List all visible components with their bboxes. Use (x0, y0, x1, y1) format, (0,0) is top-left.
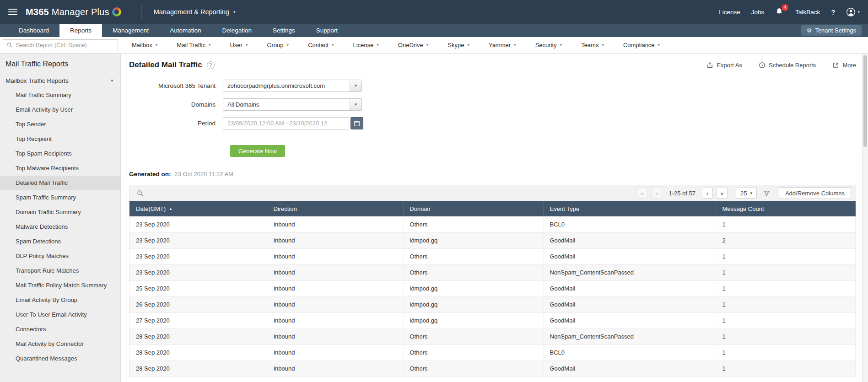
nav-tab[interactable]: Delegation (211, 24, 262, 37)
cell-event-type: GoodMail (543, 296, 716, 312)
cell-message-count: 1 (716, 264, 856, 280)
category-menu-item[interactable]: Contact ▾ (308, 42, 334, 48)
account-menu[interactable]: ▾ (846, 7, 860, 17)
first-page-button[interactable]: « (636, 188, 647, 199)
schedule-reports-label: Schedule Reports (769, 62, 816, 69)
cell-event-type: GoodMail (543, 280, 716, 296)
table-search-button[interactable] (137, 190, 144, 197)
app-logo[interactable]: M365 Manager Plus (26, 7, 121, 17)
sidebar-item[interactable]: Detailed Mail Traffic (0, 176, 120, 190)
chevron-down-icon: ▾ (332, 43, 334, 47)
page-size-select[interactable]: 25 ▾ (736, 188, 757, 199)
category-menu-item[interactable]: Group ▾ (267, 42, 289, 48)
nav-tab[interactable]: Support (306, 24, 348, 37)
category-menu-item[interactable]: Mailbox ▾ (132, 42, 157, 48)
select-dropdown-button[interactable]: ▾ (350, 80, 361, 91)
cell-direction: Inbound (267, 216, 403, 232)
license-link[interactable]: License (719, 9, 740, 16)
menu-icon[interactable] (8, 9, 17, 15)
cell-message-count: 1 (716, 296, 856, 312)
talkback-link[interactable]: TalkBack (795, 9, 820, 16)
sidebar-item[interactable]: Spam Traffic Summary (0, 190, 120, 205)
tenant-settings-button[interactable]: ⚙ Tenant Settings (801, 25, 862, 36)
export-as-button[interactable]: Export As (706, 62, 742, 69)
cell-event-type: NonSpam_ContentScanPassed (543, 264, 716, 280)
report-search-input[interactable] (16, 42, 114, 48)
tenant-select[interactable]: zohocorpadmgrplus.onmicrosoft.com ▾ (223, 80, 362, 92)
sidebar-group-mailbox-traffic-reports[interactable]: Mailbox Traffic Reports ▾ (0, 74, 120, 88)
sidebar-item[interactable]: Mail Activity by Connector (0, 337, 120, 351)
category-menu-item[interactable]: OneDrive ▾ (398, 42, 428, 48)
add-remove-columns-button[interactable]: Add/Remove Columns (779, 187, 851, 199)
more-button[interactable]: More (832, 62, 856, 69)
topbar-right: License Jobs 4 TalkBack ? ▾ (719, 7, 860, 17)
notifications-button[interactable]: 4 (775, 7, 784, 16)
cell-event-type: BCL0 (543, 344, 716, 360)
chevron-down-icon: ▾ (233, 10, 236, 14)
sidebar-item[interactable]: Top Recipient (0, 132, 120, 146)
sidebar-item[interactable]: User To User Email Activity (0, 307, 120, 322)
sidebar-item[interactable]: Top Malware Recipients (0, 161, 120, 176)
sidebar-item[interactable]: Email Activity By Group (0, 293, 120, 307)
column-header-domain[interactable]: Domain (403, 201, 543, 216)
nav-tab[interactable]: Automation (159, 24, 211, 37)
report-search-box[interactable] (3, 39, 118, 51)
sidebar-item[interactable]: Connectors (0, 322, 120, 337)
context-switcher-label: Management & Reporting (154, 8, 229, 16)
sidebar-item[interactable]: Top Spam Recipients (0, 146, 120, 161)
category-menu-item[interactable]: Mail Traffic ▾ (177, 42, 210, 48)
cell-event-type: NonSpam_ContentScanPassed (543, 328, 716, 344)
sidebar-item[interactable]: Email Activity by User (0, 102, 120, 117)
context-switcher[interactable]: Management & Reporting ▾ (141, 5, 236, 19)
sidebar-item[interactable]: Domain Traffic Summary (0, 205, 120, 220)
sidebar-item[interactable]: Transport Rule Matches (0, 264, 120, 278)
calendar-picker-button[interactable] (350, 117, 363, 129)
sidebar-item[interactable]: Mail Traffic Summary (0, 88, 120, 102)
cell-date: 26 Sep 2020 (129, 296, 267, 312)
sidebar-item[interactable]: Malware Detections (0, 220, 120, 234)
nav-tab[interactable]: Management (102, 24, 159, 37)
report-help-icon[interactable]: ? (207, 61, 215, 69)
category-menu-item[interactable]: Yammer ▾ (489, 42, 516, 48)
prev-page-button[interactable]: ‹ (651, 188, 662, 199)
period-input[interactable] (223, 117, 349, 129)
sidebar-item[interactable]: DLP Policy Matches (0, 249, 120, 264)
scrollbar-thumb[interactable] (863, 55, 867, 147)
sort-asc-icon: ▲ (169, 207, 173, 211)
category-menu-item[interactable]: License ▾ (353, 42, 378, 48)
filter-button[interactable] (760, 190, 773, 197)
chevron-down-icon: ▾ (355, 102, 357, 107)
brand-regular: Manager Plus (52, 7, 109, 17)
category-menu-item[interactable]: Security ▾ (535, 42, 562, 48)
select-dropdown-button[interactable]: ▾ (350, 99, 361, 110)
generate-now-button[interactable]: Generate Now (230, 145, 285, 157)
nav-tab[interactable]: Reports (59, 24, 102, 37)
schedule-reports-button[interactable]: Schedule Reports (759, 62, 816, 69)
category-menu-item[interactable]: Teams ▾ (581, 42, 604, 48)
category-menu-item[interactable]: Skype ▾ (447, 42, 469, 48)
tenant-settings-label: Tenant Settings (815, 27, 856, 34)
help-button[interactable]: ? (831, 8, 835, 16)
column-header-event-type[interactable]: Event Type (543, 201, 716, 216)
tenant-label: Microsoft 365 Tenant (129, 82, 223, 89)
generated-on-label: Generated on: (129, 171, 171, 178)
sidebar-item[interactable]: Top Sender (0, 117, 120, 132)
chevron-down-icon: ▾ (467, 43, 469, 47)
next-page-button[interactable]: › (702, 188, 713, 199)
sidebar-item[interactable]: Quarantined Messages (0, 351, 120, 366)
domains-select[interactable]: All Domains ▾ (223, 98, 362, 111)
nav-tab[interactable]: Settings (262, 24, 306, 37)
column-header-date[interactable]: Date(GMT)▲ (129, 201, 267, 216)
column-header-message-count[interactable]: Message Count (716, 201, 856, 216)
category-menu-label: Group (267, 42, 283, 48)
last-page-button[interactable]: » (717, 188, 728, 199)
sidebar-item[interactable]: Spam Detections (0, 234, 120, 249)
user-avatar-icon (846, 7, 856, 17)
vertical-scrollbar[interactable] (862, 54, 868, 382)
jobs-link[interactable]: Jobs (751, 9, 765, 16)
nav-tab[interactable]: Dashboard (8, 24, 59, 37)
category-menu-item[interactable]: User ▾ (230, 42, 248, 48)
category-menu-item[interactable]: Compliance ▾ (623, 42, 660, 48)
column-header-direction[interactable]: Direction (267, 201, 403, 216)
sidebar-item[interactable]: Mail Traffic Policy Match Summary (0, 278, 120, 293)
